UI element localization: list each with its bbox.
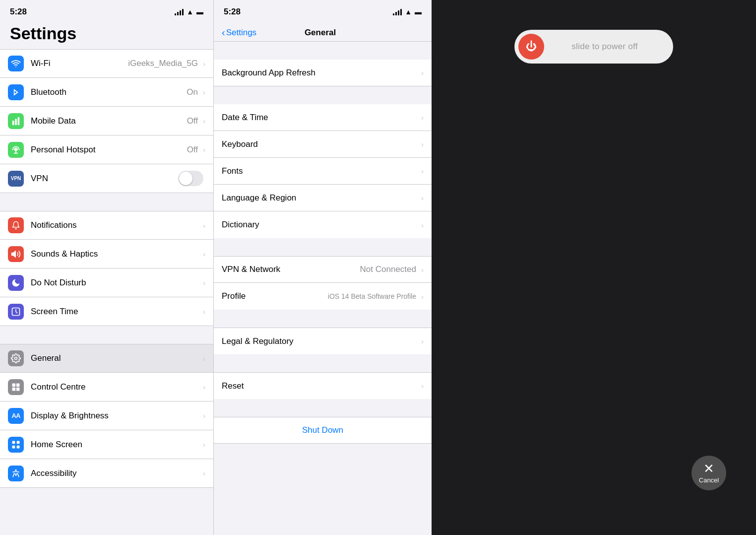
back-button[interactable]: ‹ Settings (222, 27, 256, 38)
datetime-chevron: › (421, 113, 424, 122)
status-time-2: 5:28 (224, 7, 241, 17)
dictionary-label: Dictionary (222, 220, 419, 230)
settings-item-controlcentre[interactable]: Control Centre › (0, 373, 213, 401)
settings-item-bluetooth[interactable]: Bluetooth On › (0, 78, 213, 107)
vpn-toggle[interactable] (178, 171, 203, 186)
status-bar-1: 5:28 ▲ ▬ (0, 0, 213, 20)
accessibility-label: Accessibility (31, 468, 201, 478)
general-group-2: VPN & Network Not Connected › Profile iO… (214, 256, 432, 310)
settings-group-general: General › Control Centre › AA Display & … (0, 344, 213, 488)
keyboard-label: Keyboard (222, 139, 419, 149)
settings-item-accessibility[interactable]: Accessibility › (0, 459, 213, 488)
hotspot-value: Off (187, 145, 198, 155)
settings-item-screentime[interactable]: Screen Time › (0, 297, 213, 326)
poweroff-panel: ⏻ slide to power off ✕ Cancel (432, 0, 756, 535)
general-chevron: › (203, 354, 205, 363)
wifi-status-icon-2: ▲ (405, 8, 412, 16)
svg-rect-16 (17, 445, 20, 448)
settings-item-displaybrightness[interactable]: AA Display & Brightness › (0, 401, 213, 430)
wifi-chevron: › (203, 60, 205, 68)
hotspot-icon (8, 142, 24, 158)
bar4 (182, 9, 184, 15)
datetime-label: Date & Time (222, 113, 419, 123)
controlcentre-icon (8, 379, 24, 395)
vpnnetwork-chevron: › (421, 266, 424, 274)
vpnnetwork-label: VPN & Network (222, 265, 360, 274)
status-icons-1: ▲ ▬ (175, 8, 203, 16)
sounds-chevron: › (203, 250, 205, 258)
displaybrightness-icon: AA (8, 408, 24, 424)
battery-icon: ▬ (196, 8, 203, 16)
accessibility-icon (8, 466, 24, 481)
settings-list: Wi-Fi iGeeks_Media_5G › Bluetooth On › M… (0, 49, 213, 535)
poweroff-slider[interactable]: ⏻ slide to power off (514, 30, 673, 64)
notifications-icon (8, 217, 24, 233)
shutdown-button[interactable]: Shut Down (214, 417, 432, 444)
general-item-dictionary[interactable]: Dictionary › (214, 211, 432, 238)
backgroundapprefresh-label: Background App Refresh (222, 68, 419, 78)
settings-item-homescreen[interactable]: Home Screen › (0, 430, 213, 459)
profile-chevron: › (421, 292, 424, 301)
divider-2 (0, 326, 213, 344)
bar4b (400, 9, 402, 15)
settings-group-alerts: Notifications › Sounds & Haptics › Do No… (0, 211, 213, 326)
legalregulatory-chevron: › (421, 337, 424, 345)
settings-item-notifications[interactable]: Notifications › (0, 211, 213, 240)
settings-item-wifi[interactable]: Wi-Fi iGeeks_Media_5G › (0, 49, 213, 78)
general-group-3: Legal & Regulatory › (214, 328, 432, 354)
general-nav-bar: ‹ Settings General (214, 20, 432, 42)
wifi-label: Wi-Fi (31, 59, 128, 68)
bluetooth-value: On (187, 87, 198, 97)
vpn-icon: VPN (8, 171, 24, 187)
svg-rect-14 (17, 441, 20, 444)
general-list: Background App Refresh › Date & Time › K… (214, 42, 432, 535)
settings-item-vpn[interactable]: VPN VPN (0, 164, 213, 193)
fonts-label: Fonts (222, 166, 419, 176)
settings-item-general[interactable]: General › (0, 344, 213, 373)
general-item-keyboard[interactable]: Keyboard › (214, 131, 432, 158)
svg-rect-12 (16, 387, 20, 391)
power-button[interactable]: ⏻ (518, 34, 544, 60)
bar1 (175, 13, 176, 15)
svg-point-8 (15, 357, 17, 360)
general-item-languageregion[interactable]: Language & Region › (214, 185, 432, 211)
bar3b (398, 10, 399, 15)
general-item-vpnnetwork[interactable]: VPN & Network Not Connected › (214, 256, 432, 283)
svg-rect-9 (12, 383, 16, 387)
mobiledata-icon (8, 113, 24, 129)
general-group-1: Background App Refresh › Date & Time › K… (214, 42, 432, 238)
svg-rect-2 (18, 117, 20, 125)
languageregion-chevron: › (421, 194, 424, 202)
mobiledata-chevron: › (203, 117, 205, 125)
general-item-fonts[interactable]: Fonts › (214, 158, 432, 185)
general-item-legalregulatory[interactable]: Legal & Regulatory › (214, 328, 432, 354)
svg-marker-6 (12, 251, 16, 257)
reset-chevron: › (421, 382, 424, 390)
back-chevron-icon: ‹ (222, 27, 225, 38)
accessibility-chevron: › (203, 469, 205, 477)
settings-item-hotspot[interactable]: Personal Hotspot Off › (0, 135, 213, 164)
settings-item-mobiledata[interactable]: Mobile Data Off › (0, 107, 213, 135)
sounds-label: Sounds & Haptics (31, 249, 201, 259)
bluetooth-chevron: › (203, 88, 205, 96)
general-item-datetime[interactable]: Date & Time › (214, 104, 432, 131)
hotspot-chevron: › (203, 145, 205, 154)
slider-text: slide to power off (544, 42, 669, 52)
general-item-profile[interactable]: Profile iOS 14 Beta Software Profile › (214, 283, 432, 310)
fonts-chevron: › (421, 167, 424, 175)
settings-item-donotdisturb[interactable]: Do Not Disturb › (0, 268, 213, 297)
general-item-reset[interactable]: Reset › (214, 372, 432, 399)
svg-rect-15 (12, 445, 15, 448)
cancel-button[interactable]: ✕ Cancel (692, 456, 726, 490)
general-item-backgroundapprefresh[interactable]: Background App Refresh › (214, 60, 432, 86)
svg-rect-13 (12, 441, 15, 444)
bluetooth-icon (8, 84, 24, 100)
profile-label: Profile (222, 291, 328, 301)
donotdisturb-label: Do Not Disturb (31, 278, 201, 288)
settings-item-sounds[interactable]: Sounds & Haptics › (0, 240, 213, 268)
notifications-label: Notifications (31, 220, 201, 230)
cancel-label: Cancel (699, 476, 719, 484)
status-icons-2: ▲ ▬ (393, 8, 422, 16)
svg-rect-1 (15, 119, 17, 125)
spacer-1b (214, 86, 432, 104)
